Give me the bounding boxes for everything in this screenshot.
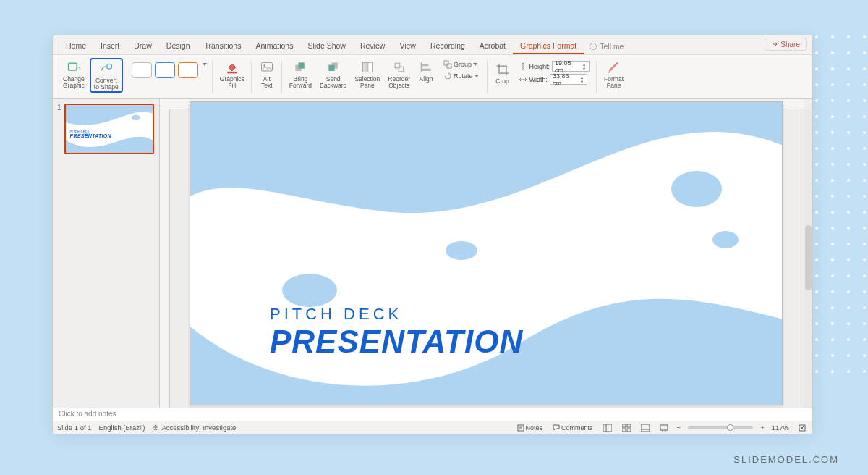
rotate-button[interactable]: Rotate [442, 71, 480, 81]
zoom-slider[interactable] [688, 426, 753, 429]
view-sorter-button[interactable] [621, 423, 632, 433]
svg-rect-15 [422, 69, 431, 71]
vertical-scrollbar[interactable] [804, 109, 812, 408]
notes-pane[interactable]: Click to add notes [53, 408, 812, 421]
styles-more-button[interactable] [201, 62, 208, 67]
view-reading-button[interactable] [639, 423, 651, 433]
bring-forward-icon [292, 59, 308, 75]
share-label: Share [780, 41, 800, 49]
zoom-in-button[interactable]: + [760, 424, 765, 432]
style-swatch-3[interactable] [178, 62, 198, 78]
status-accessibility[interactable]: Accessibility: Investigate [152, 424, 236, 432]
title-line2: PRESENTATION [270, 324, 523, 360]
status-language[interactable]: English (Brazil) [99, 424, 145, 432]
status-comments-button[interactable]: Comments [551, 424, 595, 432]
width-icon [519, 75, 527, 84]
svg-rect-32 [622, 429, 626, 432]
svg-point-21 [712, 231, 739, 248]
slide-canvas-area: PITCH DECK PRESENTATION [160, 99, 812, 408]
group-button[interactable]: Group [442, 59, 480, 70]
svg-rect-33 [627, 429, 631, 432]
crop-button[interactable]: Crop [492, 60, 514, 86]
tab-animations[interactable]: Animations [248, 38, 300, 54]
status-notes-button[interactable]: Notes [516, 424, 545, 432]
workspace: 1 PITCH DECKPRESENTATION [53, 99, 812, 408]
style-swatch-2[interactable] [155, 62, 175, 78]
reorder-label: Reorder Objects [388, 76, 410, 88]
crop-icon [495, 62, 511, 77]
slide-title-text[interactable]: PITCH DECK PRESENTATION [270, 305, 523, 360]
scrollbar-thumb[interactable] [805, 225, 812, 290]
fit-to-window-button[interactable] [796, 423, 808, 433]
selection-pane-button[interactable]: Selection Pane [352, 58, 383, 90]
bring-forward-button[interactable]: Bring Forward [286, 58, 315, 90]
svg-rect-9 [362, 62, 367, 72]
chevron-down-icon [473, 63, 477, 66]
change-graphic-icon [66, 59, 82, 75]
change-graphic-button[interactable]: Change Graphic [60, 58, 88, 90]
height-row: Height: 19,05 cm ▴▾ [519, 61, 590, 72]
tab-design[interactable]: Design [159, 38, 197, 54]
tab-insert[interactable]: Insert [93, 38, 127, 54]
svg-rect-6 [299, 62, 305, 68]
format-pane-button[interactable]: Format Pane [601, 58, 626, 90]
ribbon-tabs: Home Insert Draw Design Transitions Anim… [53, 35, 812, 54]
svg-point-24 [155, 424, 157, 426]
view-slideshow-button[interactable] [658, 423, 670, 433]
view-normal-button[interactable] [602, 423, 613, 433]
alt-text-button[interactable]: Alt Text [256, 58, 278, 90]
slide-thumbnail-1[interactable]: PITCH DECKPRESENTATION [64, 104, 154, 154]
svg-rect-8 [328, 65, 334, 71]
send-backward-button[interactable]: Send Backward [317, 58, 349, 90]
bring-forward-label: Bring Forward [289, 76, 312, 88]
width-row: Width: 33,86 cm ▴▾ [519, 74, 590, 85]
svg-point-4 [263, 64, 265, 67]
style-swatch-1[interactable] [132, 62, 152, 78]
tab-home[interactable]: Home [59, 38, 93, 54]
convert-to-shape-button[interactable]: Convert to Shape [90, 58, 123, 93]
tab-graphics-format[interactable]: Graphics Format [513, 38, 584, 54]
tab-slide-show[interactable]: Slide Show [300, 38, 353, 54]
width-input[interactable]: 33,86 cm ▴▾ [550, 74, 587, 85]
tell-me-search[interactable]: Tell me [584, 38, 629, 54]
chevron-down-icon [475, 75, 479, 77]
comments-icon [553, 424, 560, 432]
alt-text-label: Alt Text [261, 76, 273, 88]
svg-point-18 [132, 115, 140, 121]
width-value: 33,86 cm [553, 72, 579, 87]
status-slide-info: Slide 1 of 1 [57, 424, 92, 432]
tab-view[interactable]: View [392, 38, 423, 54]
zoom-slider-thumb[interactable] [727, 424, 733, 431]
slide-canvas[interactable]: PITCH DECK PRESENTATION [190, 101, 783, 405]
thumbnail-panel: 1 PITCH DECKPRESENTATION [53, 99, 160, 408]
height-down[interactable]: ▾ [581, 67, 587, 71]
svg-rect-34 [641, 424, 650, 432]
reorder-objects-button[interactable]: Reorder Objects [385, 58, 413, 90]
svg-rect-3 [261, 62, 272, 71]
tab-recording[interactable]: Recording [423, 38, 472, 54]
tab-draw[interactable]: Draw [127, 38, 159, 54]
selection-pane-icon [359, 59, 375, 75]
tab-transitions[interactable]: Transitions [197, 38, 248, 54]
graphics-fill-button[interactable]: Graphics Fill [217, 58, 247, 90]
notes-icon [517, 424, 524, 432]
zoom-out-button[interactable]: − [677, 424, 681, 432]
height-input[interactable]: 19,05 cm ▴▾ [552, 61, 590, 72]
tab-acrobat[interactable]: Acrobat [472, 38, 513, 54]
zoom-percent[interactable]: 117% [772, 424, 789, 432]
group-arrange: Bring Forward Send Backward Selection Pa… [284, 56, 486, 97]
rotate-label: Rotate [454, 72, 473, 80]
vertical-ruler [160, 109, 170, 408]
title-line1: PITCH DECK [270, 305, 523, 324]
align-button[interactable]: Align [415, 58, 437, 84]
selection-pane-label: Selection Pane [354, 76, 380, 88]
ribbon-toolbar: Change Graphic Convert to Shape [53, 54, 812, 99]
share-button[interactable]: Share [765, 38, 807, 51]
tell-me-label: Tell me [600, 42, 624, 51]
tab-review[interactable]: Review [353, 38, 392, 54]
svg-rect-11 [395, 63, 400, 68]
thumbnail-title: PITCH DECKPRESENTATION [70, 130, 111, 138]
width-down[interactable]: ▾ [579, 80, 584, 84]
svg-rect-0 [68, 63, 77, 70]
group-size: Crop Height: 19,05 cm ▴▾ Width: [489, 56, 596, 97]
